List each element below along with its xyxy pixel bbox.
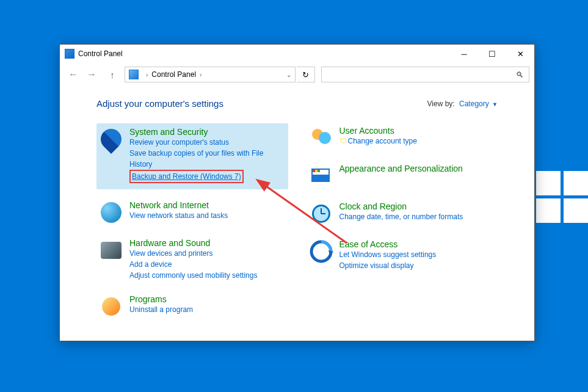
control-panel-icon [129,70,139,79]
breadcrumb-separator: › [200,71,201,78]
svg-rect-4 [313,170,315,172]
control-panel-icon [65,49,74,59]
svg-point-1 [319,132,331,144]
category-title[interactable]: Ease of Access [339,239,496,249]
category-title[interactable]: Hardware and Sound [129,238,286,248]
category-link[interactable]: Review your computer's status [129,137,286,148]
category-link[interactable]: View devices and printers [129,248,286,259]
view-by-label: View by: [427,100,455,108]
category-title[interactable]: Clock and Region [339,201,496,211]
category-clock-and-region: Clock and RegionChange date, time, or nu… [307,199,498,228]
refresh-button[interactable]: ↻ [297,67,315,82]
category-title[interactable]: Network and Internet [129,200,286,210]
control-panel-window: Control Panel ─ ☐ ✕ ← → ↑ › Control Pane… [59,44,535,341]
category-link[interactable]: Uninstall a program [129,304,286,315]
forward-button[interactable]: → [83,66,100,83]
category-link[interactable]: Backup and Restore (Windows 7) [129,170,244,183]
category-link[interactable]: Optimize visual display [339,260,496,271]
search-icon: 🔍︎ [516,70,524,79]
windows-logo-desktop [536,171,588,223]
category-network-and-internet: Network and InternetView network status … [96,198,288,227]
category-title[interactable]: System and Security [129,127,286,137]
category-link[interactable]: Change date, time, or number formats [339,211,496,222]
maximize-button[interactable]: ☐ [478,45,506,63]
back-button[interactable]: ← [65,66,82,83]
navigation-bar: ← → ↑ › Control Panel › ⌄ ↻ 🔍︎ [60,63,534,86]
category-ease-of-access: Ease of AccessLet Windows suggest settin… [307,237,498,274]
category-hardware-and-sound: Hardware and SoundView devices and print… [96,236,288,283]
category-user-accounts: User Accounts🛡Change account type [307,123,498,153]
category-programs: ProgramsUninstall a program [96,292,288,321]
breadcrumb-separator: › [146,71,148,78]
page-title: Adjust your computer's settings [96,98,427,109]
category-link[interactable]: Save backup copies of your files with Fi… [129,148,286,170]
svg-rect-5 [315,170,318,172]
content-area: Adjust your computer's settings View by:… [60,86,534,341]
category-link[interactable]: View network status and tasks [129,210,286,221]
titlebar: Control Panel ─ ☐ ✕ [60,45,534,63]
category-link[interactable]: 🛡Change account type [339,136,496,147]
window-title: Control Panel [78,49,450,58]
search-input[interactable]: 🔍︎ [321,67,529,82]
category-title[interactable]: User Accounts [339,126,496,136]
minimize-button[interactable]: ─ [450,45,478,63]
category-system-and-security: System and SecurityReview your computer'… [96,123,288,189]
address-dropdown-icon[interactable]: ⌄ [286,71,291,78]
category-link[interactable]: Add a device [129,259,286,270]
category-title[interactable]: Appearance and Personalization [339,164,496,173]
view-by-value: Category [459,100,489,108]
category-title[interactable]: Programs [129,294,286,304]
chevron-down-icon: ▼ [492,101,498,107]
category-link[interactable]: Let Windows suggest settings [339,249,496,260]
breadcrumb[interactable]: Control Panel [151,70,196,79]
close-button[interactable]: ✕ [506,45,534,63]
svg-rect-6 [318,170,320,172]
up-button[interactable]: ↑ [104,66,121,83]
category-appearance-and-personalization: Appearance and Personalization [307,161,498,191]
address-bar[interactable]: › Control Panel › ⌄ [125,67,296,82]
view-by-selector[interactable]: View by: Category ▼ [427,100,498,108]
category-link[interactable]: Adjust commonly used mobility settings [129,270,286,281]
